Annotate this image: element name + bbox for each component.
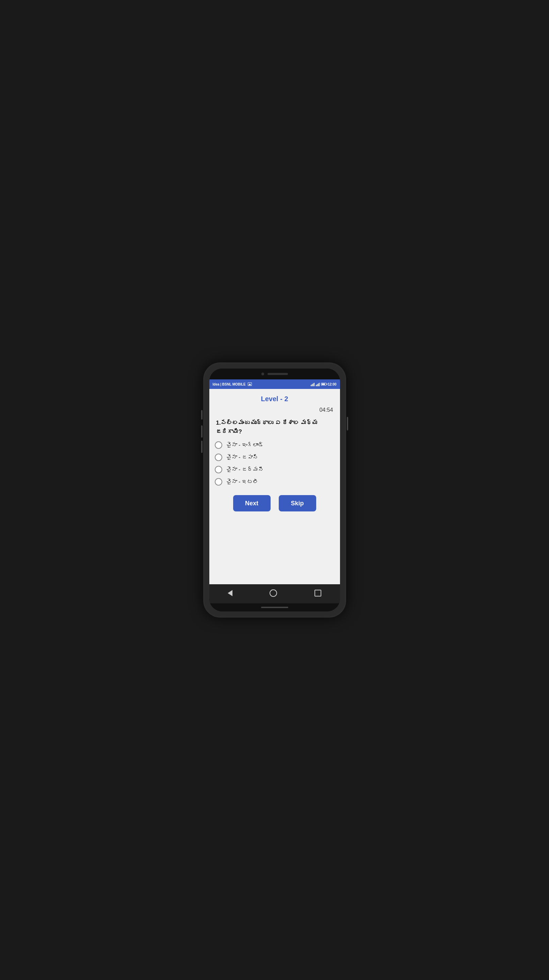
status-right: 12:00: [311, 382, 337, 386]
question-text: 1.నల్లమందు యుద్ధాలు ఏ దేశాల మధ్య జరిగాయి…: [209, 417, 340, 441]
options-container: చైనా - ఇంగ్లాండ్ చైనా - జపాన్ చైనా - జర్…: [209, 441, 340, 485]
option-4[interactable]: చైనా - ఇటలీ: [215, 478, 334, 485]
carrier-info: Idea | BSNL MOBILE: [213, 382, 252, 386]
chin-indicator: [261, 607, 288, 608]
phone-frame: Idea | BSNL MOBILE: [203, 363, 346, 617]
skip-button[interactable]: Skip: [279, 495, 316, 511]
radio-option-2[interactable]: [215, 453, 222, 461]
option-1[interactable]: చైనా - ఇంగ్లాండ్: [215, 441, 334, 449]
battery-icon: [321, 383, 326, 385]
status-bar: Idea | BSNL MOBILE: [209, 379, 340, 389]
speaker-bar: [267, 373, 288, 375]
notification-icon: [248, 382, 252, 386]
phone-chin: [209, 603, 340, 611]
phone-screen: Idea | BSNL MOBILE: [209, 369, 340, 611]
signal-icon-1: [311, 382, 315, 386]
home-button[interactable]: [264, 587, 283, 601]
screen-content: Level - 2 04:54 1.నల్లమందు యుద్ధాలు ఏ దే…: [209, 389, 340, 584]
battery-fill: [321, 383, 325, 385]
content-spacer: [209, 518, 340, 584]
signal-icon-2: [316, 382, 320, 386]
bottom-nav: [209, 584, 340, 603]
recents-button[interactable]: [309, 587, 327, 601]
option-3[interactable]: చైనా - జర్మనీ: [215, 466, 334, 473]
option-label-3: చైనా - జర్మనీ: [226, 466, 264, 473]
level-title: Level - 2: [209, 389, 340, 406]
option-2[interactable]: చైనా - జపాన్: [215, 453, 334, 461]
timer-display: 04:54: [209, 406, 340, 417]
option-label-2: చైనా - జపాన్: [226, 454, 258, 460]
phone-notch: [209, 369, 340, 379]
action-buttons: Next Skip: [209, 485, 340, 518]
radio-option-3[interactable]: [215, 466, 222, 473]
mute-button: [201, 441, 202, 453]
radio-option-1[interactable]: [215, 441, 222, 449]
option-label-4: చైనా - ఇటలీ: [226, 479, 258, 485]
back-button[interactable]: [222, 587, 238, 601]
volume-down-button: [201, 425, 202, 438]
next-button[interactable]: Next: [233, 495, 271, 511]
volume-up-button: [201, 410, 202, 420]
carrier-text: Idea | BSNL MOBILE: [213, 382, 246, 386]
power-button: [347, 417, 348, 430]
option-label-1: చైనా - ఇంగ్లాండ్: [226, 442, 264, 448]
clock: 12:00: [328, 382, 337, 386]
radio-option-4[interactable]: [215, 478, 222, 485]
camera-dot: [261, 372, 264, 375]
